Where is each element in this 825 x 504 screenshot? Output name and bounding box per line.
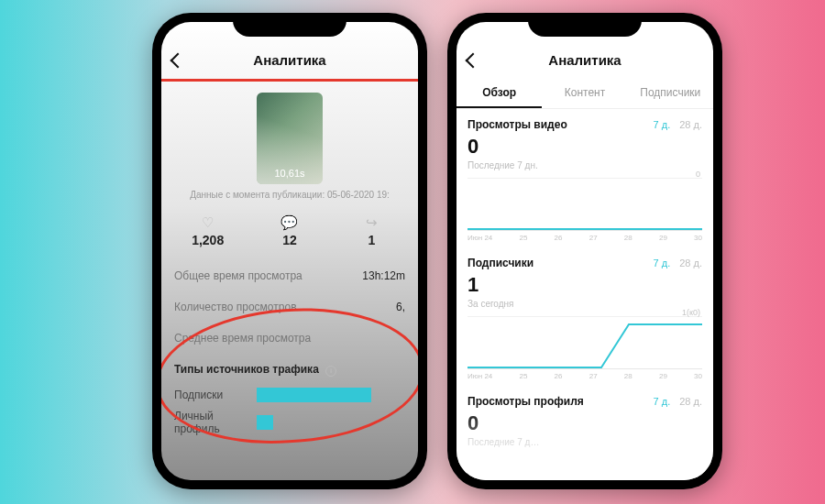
video-views-label: Просмотры видео [468, 118, 567, 131]
y-label: 0 [696, 170, 700, 179]
publish-meta: Данные с момента публикации: 05-06-2020 … [161, 190, 418, 200]
page-title: Аналитика [161, 42, 418, 79]
info-icon[interactable]: i [325, 366, 336, 377]
video-views-value: 0 [468, 135, 702, 159]
x-ticks: Июн 24252627282930 [468, 372, 702, 380]
notch [528, 13, 642, 37]
x-ticks: Июн 24252627282930 [468, 234, 702, 242]
phone-right: Аналитика Обзор Контент Подписчики Просм… [447, 13, 722, 489]
phone-left: Аналитика 10,61s Данные с момента публик… [152, 13, 427, 489]
tab-overview[interactable]: Обзор [456, 79, 542, 108]
chevron-left-icon [170, 53, 186, 69]
video-views-sub: Последние 7 дн. [468, 160, 702, 170]
traffic-heading-row: Типы источников трафика i [161, 354, 418, 384]
range-28d[interactable]: 28 д. [679, 396, 702, 407]
traffic-bar-subscriptions: Подписки [161, 384, 418, 406]
stat-comments: 💬 12 [248, 214, 330, 247]
tab-followers[interactable]: Подписчики [628, 79, 713, 108]
chart-video-views: 0 [468, 178, 702, 231]
traffic-bar-0 [257, 388, 371, 402]
traffic-label-0: Подписки [174, 389, 257, 401]
shares-value: 1 [331, 233, 412, 247]
row-watch-time: Общее время просмотра 13h:12m [161, 260, 418, 291]
range-7d[interactable]: 7 д. [654, 396, 671, 407]
views-value: 6, [396, 301, 405, 313]
chevron-left-icon [466, 53, 481, 69]
chart-followers: 1(к0) [468, 316, 702, 369]
row-views: Количество просмотров 6, [161, 291, 418, 323]
range-7d[interactable]: 7 д. [654, 257, 671, 268]
comment-icon: 💬 [248, 214, 330, 231]
profile-views-sub: Последние 7 д… [468, 437, 702, 447]
followers-sub: За сегодня [468, 299, 702, 309]
back-button[interactable] [464, 51, 482, 70]
stat-shares: ↪ 1 [331, 214, 412, 247]
avg-watch-label: Среднее время просмотра [174, 332, 311, 345]
followers-value: 1 [468, 273, 702, 297]
stat-likes: ♡ 1,208 [167, 214, 248, 247]
traffic-heading: Типы источников трафика [174, 363, 319, 376]
row-avg-watch: Среднее время просмотра [161, 323, 418, 354]
video-thumbnail[interactable]: 10,61s [257, 93, 323, 184]
range-28d[interactable]: 28 д. [679, 257, 702, 268]
profile-views-value: 0 [468, 411, 702, 435]
traffic-bar-1 [257, 415, 273, 430]
screen-left: Аналитика 10,61s Данные с момента публик… [161, 22, 418, 480]
page-title: Аналитика [548, 52, 621, 68]
traffic-bar-profile: Личный профиль [161, 406, 418, 439]
share-icon: ↪ [331, 214, 412, 231]
notch [233, 13, 346, 37]
watch-time-label: Общее время просмотра [174, 269, 302, 282]
traffic-label-1: Личный профиль [174, 410, 257, 435]
heart-icon: ♡ [167, 214, 248, 231]
followers-label: Подписчики [468, 257, 534, 269]
y-label: 1(к0) [682, 308, 700, 317]
range-28d[interactable]: 28 д. [679, 119, 702, 130]
back-button[interactable] [169, 51, 187, 70]
profile-views-label: Просмотры профиля [468, 395, 584, 408]
screen-right: Аналитика Обзор Контент Подписчики Просм… [456, 22, 713, 480]
likes-value: 1,208 [167, 233, 248, 247]
range-7d[interactable]: 7 д. [654, 119, 671, 130]
video-duration: 10,61s [257, 168, 323, 179]
watch-time-value: 13h:12m [362, 269, 405, 282]
tab-content[interactable]: Контент [542, 79, 627, 108]
views-label: Количество просмотров [174, 301, 297, 313]
comments-value: 12 [248, 233, 330, 247]
